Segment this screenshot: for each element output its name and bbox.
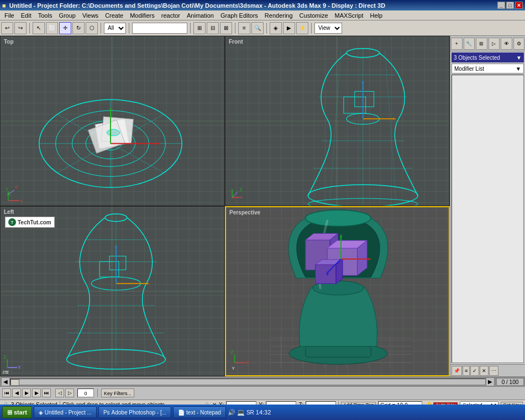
redo-button[interactable]: ↪	[14, 22, 27, 34]
next-key-button[interactable]: ▷	[65, 389, 74, 397]
timeline-slider: ◀ ▶ 0 / 100	[0, 377, 525, 387]
viewport-area: Top	[0, 36, 450, 376]
taskbar: ⊞ start ◈ Untitled - Project ... Ps Adob…	[0, 405, 525, 420]
scale-button[interactable]: ⬡	[86, 22, 98, 34]
minimize-button[interactable]: _	[497, 2, 505, 9]
move-button[interactable]: ✛	[59, 22, 71, 34]
quick-render-button[interactable]: ⚡	[296, 22, 308, 34]
filter-dropdown[interactable]: All	[104, 23, 126, 34]
separator-timeline	[97, 389, 98, 397]
taskbar-item-notepad[interactable]: 📄 text - Notepad	[173, 406, 226, 418]
viewport-left[interactable]: Left T TechTut.com	[0, 206, 225, 376]
prev-key-button[interactable]: ◁	[55, 389, 64, 397]
play-button[interactable]: ▶	[22, 389, 31, 397]
mirror-button[interactable]: ⊞	[193, 22, 206, 34]
menu-rendering[interactable]: Rendering	[261, 12, 296, 19]
scene-xplorer-button[interactable]: 🔍	[251, 22, 264, 34]
menu-create[interactable]: Create	[102, 12, 127, 19]
rpanel-x-btn[interactable]: ✕	[480, 366, 489, 376]
rotate-button[interactable]: ↻	[72, 22, 85, 34]
material-editor-button[interactable]: ◈	[270, 22, 282, 34]
menu-customize[interactable]: Customize	[296, 12, 332, 19]
rpanel-view-btn[interactable]: ≡	[463, 366, 470, 376]
menu-graph-editors[interactable]: Graph Editors	[217, 12, 261, 19]
svg-text:X: X	[20, 198, 23, 203]
separator-2	[101, 23, 101, 34]
menu-edit[interactable]: Edit	[18, 12, 35, 19]
menu-help[interactable]: Help	[367, 12, 386, 19]
volume-icon: 🔊	[228, 409, 235, 416]
rpanel-funnel-btn[interactable]: ⋯	[489, 366, 498, 376]
timeline-left-arrow[interactable]: ◀	[1, 377, 10, 386]
panel-tab-create[interactable]: +	[451, 38, 463, 50]
timeline-thumb[interactable]	[11, 379, 19, 386]
align-button[interactable]: ⊠	[220, 22, 232, 34]
next-frame-button[interactable]: ▶	[32, 389, 41, 397]
techtut-text: TechTut.com	[18, 219, 51, 225]
menu-reactor[interactable]: reactor	[158, 12, 183, 19]
modifier-list-dropdown[interactable]: Modifier List ▼	[452, 64, 524, 74]
menu-views[interactable]: Views	[79, 12, 102, 19]
render-button[interactable]: ▶	[283, 22, 295, 34]
start-button[interactable]: ⊞ start	[2, 406, 32, 418]
svg-line-38	[385, 50, 396, 198]
select-button[interactable]: ↖	[33, 22, 45, 34]
close-button[interactable]: ✕	[515, 2, 523, 9]
svg-marker-42	[393, 118, 396, 120]
viewport-perspective-label: Perspective	[229, 209, 260, 216]
viewport-top[interactable]: Top	[0, 36, 225, 206]
frame-counter: 0 / 100	[496, 378, 524, 386]
systray: 🔊 💻 SR 14:32	[228, 409, 271, 416]
named-selection-input[interactable]	[132, 23, 187, 34]
svg-rect-83	[306, 347, 371, 358]
window-controls: _ □ ✕	[497, 2, 523, 9]
separator-3	[129, 23, 129, 34]
select-region-button[interactable]: ⬜	[46, 22, 58, 34]
menu-maxscript[interactable]: MAXScript	[332, 12, 367, 19]
timeline-area: ◀ ▶ 0 / 100 ⏮ ◀ ▶ ▶ ⏭ ◁ ▷ 0 Key Filters.…	[0, 376, 525, 400]
sr-text: SR	[246, 410, 254, 416]
svg-rect-40	[355, 91, 374, 107]
rpanel-pin-btn[interactable]: 📌	[452, 366, 462, 376]
menu-animation[interactable]: Animation	[183, 12, 217, 19]
prev-frame-button[interactable]: ◀	[12, 389, 21, 397]
notepad-label: text - Notepad	[186, 410, 221, 416]
svg-marker-65	[115, 245, 117, 248]
menu-group[interactable]: Group	[55, 12, 79, 19]
layers-button[interactable]: ≡	[238, 22, 250, 34]
timeline-right-arrow[interactable]: ▶	[486, 377, 495, 386]
view-dropdown[interactable]: View	[314, 23, 342, 34]
key-filters-button[interactable]: Key Filters...	[101, 389, 134, 397]
start-label: start	[14, 409, 27, 416]
modifier-dropdown-arrow: ▼	[516, 66, 521, 72]
menu-modifiers[interactable]: Modifiers	[127, 12, 158, 19]
frame-input[interactable]: 0	[77, 389, 94, 397]
viewport-perspective[interactable]: Perspective	[225, 206, 450, 376]
menu-file[interactable]: File	[1, 12, 18, 19]
go-end-button[interactable]: ⏭	[42, 389, 51, 397]
go-start-button[interactable]: ⏮	[2, 389, 11, 397]
undo-button[interactable]: ↩	[1, 22, 13, 34]
viewport-front-label: Front	[229, 39, 243, 45]
3dsmax-icon: ◈	[39, 410, 43, 416]
panel-tab-motion[interactable]: ▷	[489, 38, 500, 50]
separator-5	[235, 23, 235, 34]
panel-tab-hierarchy[interactable]: ⊞	[476, 38, 487, 50]
start-icon: ⊞	[7, 409, 12, 416]
menu-tools[interactable]: Tools	[35, 12, 56, 19]
maximize-button[interactable]: □	[506, 2, 514, 9]
taskbar-item-photoshop[interactable]: Ps Adobe Photoshop - [...	[98, 406, 171, 418]
notepad-icon: 📄	[178, 410, 185, 416]
selected-dropdown-arrow[interactable]: ▼	[516, 55, 522, 61]
taskbar-item-3dsmax[interactable]: ◈ Untitled - Project ...	[34, 406, 97, 418]
viewport-front[interactable]: Front	[225, 36, 450, 206]
panel-tab-utilities[interactable]: ⚙	[513, 38, 525, 50]
svg-text:Z: Z	[3, 354, 7, 360]
coord-top: X Y	[3, 187, 30, 203]
array-button[interactable]: ⊟	[207, 22, 219, 34]
panel-tab-display[interactable]: 👁	[501, 38, 512, 50]
viewport-perspective-scene: X Z Y	[226, 207, 449, 375]
rpanel-check-btn[interactable]: ✓	[470, 366, 479, 376]
timeline-track[interactable]	[10, 379, 486, 385]
panel-tab-modify[interactable]: 🔧	[464, 38, 475, 50]
